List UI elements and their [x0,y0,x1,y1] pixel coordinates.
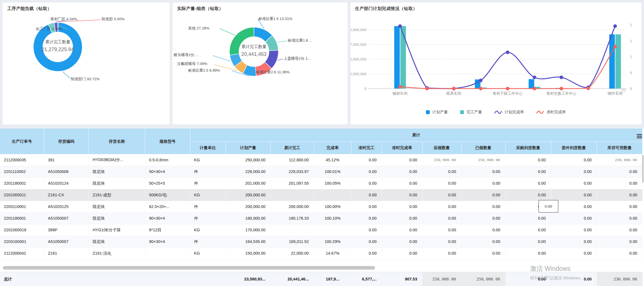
point-计划完成率[interactable] [506,51,510,54]
table-cell: 0.00 [461,224,505,236]
y-axis-left-tick: 5,000,000 [350,57,366,61]
table-cell: 0.00 [461,247,505,259]
donut-center-text: 累计完工数量 20,441,463 [223,44,284,57]
point-准时完成率[interactable] [560,87,563,91]
pie-label-横头螺母2分: 横头螺母2分 ... [174,52,199,57]
total-cell: 907.53 [382,272,422,286]
pie-label-leader [277,41,287,42]
legend-item-完工产量[interactable]: 完工产量 [460,110,482,115]
table-cell: HYG10E分子筛 [89,224,145,236]
table-cell: 0.00 [461,166,505,177]
point-准时完成率[interactable] [533,87,536,91]
total-cell: 6,577,... [351,272,382,286]
column-header-准时完工[interactable]: 准时完工 [351,142,382,154]
total-cell [89,272,145,286]
horizontal-scrollbar[interactable] [3,266,375,270]
y-axis-right-tick: 1 [630,23,632,27]
table-cell: 201,000.00 [226,177,271,189]
point-准时完成率[interactable] [425,87,429,91]
column-header-已领数量[interactable]: 已领数量 [461,142,505,154]
table-row[interactable]: 2201180001A51020124阻尼块50×25×5件201,000.00… [0,177,642,189]
column-header-库存可用数量[interactable]: 库存可用数量 [597,142,642,154]
table-cell: 0.00 [551,154,597,166]
point-准时完成率[interactable] [586,86,590,90]
donut-center-value: 21,279,225.94 [27,47,88,52]
table-cell: 0.00 [551,224,597,236]
table-cell: 50×25×5 [145,177,190,189]
table-row[interactable]: 2201000018398PHYG10E分子筛8*12目KG170,000.00… [0,224,642,236]
card-title: 工序产能负载（钻取） [7,6,52,12]
donut-center-value: 20,441,463 [223,51,284,57]
column-header-完成率[interactable]: 完成率 [314,142,351,154]
table-cell: 180,176.33 [271,212,314,224]
axis-data-icon[interactable] [622,89,625,92]
point-准时完成率[interactable] [506,87,510,91]
table-row[interactable]: 2203160001A51050007阻尼块90×30×4件164,535.00… [0,236,642,247]
table-cell: 2201110002 [0,166,44,177]
column-header-委外到货数量[interactable]: 委外到货数量 [551,142,597,154]
table-cell: 100.05% [314,177,351,189]
table-menu-icon[interactable] [637,134,642,139]
bar-完工产量[interactable] [615,34,621,89]
table-row[interactable]: 2201110002A51050008阻尼块50×30×4件228,000.00… [0,166,642,177]
column-header-累计完工[interactable]: 累计完工 [271,142,314,154]
bar-计划产量[interactable] [394,26,400,89]
table-cell: 阻尼块 [89,166,145,177]
table-cell: Z161-成型 [89,189,145,201]
line-计划完成率[interactable] [400,26,615,89]
column-header-存货名称[interactable]: 存货名称 [89,129,145,154]
column-header-生产订单号[interactable]: 生产订单号 [0,129,44,154]
table-cell: 0.00 [422,212,461,224]
table-cell: 0.00 [422,189,461,201]
bar-计划产量[interactable] [609,34,615,89]
point-准时完成率[interactable] [452,87,456,91]
table-cell: 90×30×4 [145,212,190,224]
y-axis-left-tick: 10,000,000 [350,28,366,32]
column-header-规格型号[interactable]: 规格型号 [145,129,190,154]
point-计划完成率[interactable] [398,24,402,28]
table-row[interactable]: 2112000035391HYD03B(3A)分...0.5-0.8mmKG25… [0,154,642,166]
total-row: 总计23,580,93...20,441,46...187,9...6,577,… [0,272,642,286]
legend-item-准时完成率[interactable]: 准时完成率 [536,110,566,115]
table-cell: 阻尼块 [89,201,145,212]
bar-完工产量[interactable] [400,26,406,89]
table-cell: KG [190,224,226,236]
table-cell: 0.00 [597,236,642,247]
pie-label-leader [277,59,283,60]
column-header-存货编码[interactable]: 存货编码 [44,129,89,154]
point-准时完成率[interactable] [398,85,402,89]
table-cell: 件 [190,166,226,177]
table-row[interactable]: 2201180001A51050007阻尼块90×30×4件180,000.00… [0,212,642,224]
table-cell: 170,000.00 [226,224,271,236]
point-准时完成率[interactable] [479,87,483,91]
point-计划完成率[interactable] [479,79,483,82]
total-cell: 总计 [0,272,44,286]
table-cell: 0.00 [505,224,551,236]
point-计划完成率[interactable] [560,76,563,79]
column-header-计量单位[interactable]: 计量单位 [190,142,226,154]
point-准时完成率[interactable] [613,45,617,49]
legend-item-计划产量[interactable]: 计划产量 [426,110,448,115]
table-row[interactable]: 2201000011Z161-CXZ161-成型500KG/包KG200,000… [0,189,642,201]
table-cell: 0.00 [382,177,422,189]
table-cell: 228,033.97 [271,166,314,177]
table-cell: 0.00 [461,189,505,201]
column-header-准时完成率[interactable]: 准时完成率 [382,142,422,154]
legend-item-计划完成率[interactable]: 计划完成率 [494,110,524,115]
table-cell: 201,097.55 [271,177,314,189]
x-axis-label: 辅材车间 [392,91,408,96]
table-cell: 阻尼块 [89,177,145,189]
table-cell: 0.5-0.8mm [145,154,190,166]
point-计划完成率[interactable] [533,76,536,79]
total-cell: 0.00 [505,272,551,286]
vertical-scrollbar[interactable] [642,155,644,183]
column-header-采购到货数量[interactable]: 采购到货数量 [505,142,551,154]
column-header-应领数量[interactable]: 应领数量 [422,142,461,154]
orders-grid: 生产订单号存货编码存货名称规格型号累计计量单位计划产量累计完工完成率准时完工准时… [0,129,643,259]
capacity-load-card: 工序产能负载（钻取） 累计完工数量 21,279,225.94 制造部 0.00… [2,2,170,125]
table-cell: A51050007 [44,212,89,224]
table-row[interactable]: 2112000042Z161Z161-活化KG150,000.0022,000.… [0,247,642,259]
y-axis-right-tick: 0 [630,87,632,91]
column-header-计划产量[interactable]: 计划产量 [226,142,271,154]
point-计划完成率[interactable] [613,24,617,28]
